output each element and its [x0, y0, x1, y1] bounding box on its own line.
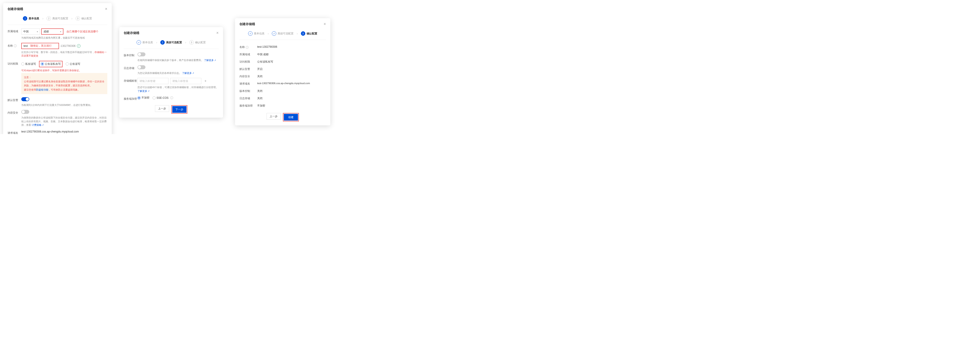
modal-header: 创建存储桶 × [3, 3, 112, 14]
radio-icon [137, 96, 140, 99]
create-bucket-modal-step3: 创建存储桶 × ✓ 基本信息 › ✓ 高级可选配置 › 3 确认配置 名称i t… [235, 18, 330, 125]
encryption-label: 服务端加密 [124, 96, 137, 101]
step-label: 高级可选配置 [52, 17, 68, 21]
warning-box: 注意： 公有读权限可以通过匿名身份直接读取您存储桶中的数据，存在一定的安全风险，… [21, 73, 107, 94]
tags-row: 存储桶标签 请输入标签键 请输入标签值 + 您还可以创建49个标签，可通过添加存… [124, 78, 219, 93]
security-toggle[interactable] [21, 110, 29, 114]
modal-header: 创建存储桶 × [235, 18, 330, 29]
step-basic-info: ✓ 基本信息 [248, 31, 264, 36]
info-icon[interactable]: i [14, 45, 17, 47]
radio-public-read-private-write[interactable]: 公有读私有写 [39, 61, 62, 67]
select-value: 中国 [23, 30, 29, 34]
chevron-right-icon: › [155, 41, 159, 44]
create-button[interactable]: 创建 [284, 114, 298, 121]
close-icon[interactable]: × [323, 22, 326, 26]
radio-icon [153, 96, 156, 99]
stepper: ✓ 基本信息 › ✓ 高级可选配置 › 3 确认配置 [235, 29, 330, 40]
step-label: 基本信息 [29, 17, 39, 21]
prev-button[interactable]: 上一步 [155, 105, 169, 112]
step-number-icon: 3 [301, 31, 305, 36]
external-link-icon: ↗ [42, 124, 44, 126]
security-hint: 为保障您的数据在公有读权限下的合规安全问题，建议您开启内容安全，对您后续上传的所… [21, 116, 107, 127]
prev-button[interactable]: 上一步 [267, 113, 281, 120]
log-toggle[interactable] [137, 65, 145, 69]
close-icon[interactable]: × [105, 6, 107, 11]
bucket-name-input[interactable]: test 随便起，英文就行 [21, 43, 59, 49]
close-icon[interactable]: × [216, 30, 219, 35]
version-control-row: 版本控制 在相同存储桶中保留对象的多个版本，将产生存储容量费用。 了解更多↗ [124, 53, 219, 62]
tag-key-input[interactable]: 请输入标签键 [137, 78, 169, 84]
region-annotation: 自己离哪个区域近就选哪个 [67, 30, 99, 34]
step-label: 确认配置 [307, 32, 317, 35]
radio-sse-cos[interactable]: SSE-COS i [153, 96, 173, 99]
version-toggle[interactable] [137, 53, 145, 56]
encryption-row: 服务端加密 不加密 SSE-COS i [124, 96, 219, 101]
radio-no-encryption[interactable]: 不加密 [137, 96, 150, 100]
security-label: 内容安全 [8, 110, 21, 115]
region-hint: 与相同地域其他腾讯云服务内网互通，创建后不可更改地域 [21, 36, 107, 40]
radio-private[interactable]: 私有读写 [21, 62, 36, 66]
learn-more-link[interactable]: 了解更多↗ [182, 72, 194, 74]
external-link-icon: ↗ [148, 90, 150, 92]
hotlink-protection-link[interactable]: 防盗链功能 [36, 88, 48, 91]
check-icon: ✓ [137, 40, 141, 45]
step-label: 基本信息 [142, 41, 153, 45]
external-link-icon: ↗ [214, 59, 216, 61]
info-icon[interactable]: i [246, 46, 248, 49]
permission-hint: 可对object进行匿名读操作，写操作需要进行身份验证。 [21, 69, 107, 72]
create-bucket-modal-step2: 创建存储桶 × ✓ 基本信息 › 2 高级可选配置 › 3 确认配置 版本控制 … [119, 27, 223, 118]
name-label: 名称i [8, 43, 21, 48]
highlight-frame: 下一步 [172, 105, 187, 113]
log-label: 日志存储 [124, 65, 137, 70]
domain-row: 请求域名 test-1302790306.cos.ap-chengdu.myqc… [8, 130, 107, 134]
radio-icon [41, 62, 44, 65]
warning-title: 注意： [24, 75, 105, 80]
name-hint: 仅支持小写字母、数字和 - 的组合，域名字数总和不能超过60字符，存储桶名一旦设… [21, 50, 107, 58]
country-select[interactable]: 中国 ▾ [21, 29, 40, 35]
step-number-icon: 2 [46, 16, 51, 21]
city-select[interactable]: 成都 ▾ [41, 29, 64, 35]
version-hint: 在相同存储桶中保留对象的多个版本，将产生存储容量费用。 了解更多↗ [137, 58, 219, 62]
radio-public-read-write[interactable]: 公有读写 [66, 62, 80, 66]
learn-more-link[interactable]: 了解更多↗ [204, 59, 216, 61]
create-bucket-modal-step1: 创建存储桶 × 1 基本信息 › 2 高级可选配置 › 3 确认配置 所属地域 … [3, 3, 112, 134]
alert-row: 默认告警 当检测到1分钟内外网下行流量大于5000MB时，会进行告警通知。 [8, 97, 107, 107]
permission-label: 访问权限 [8, 61, 21, 66]
stepper: 1 基本信息 › 2 高级可选配置 › 3 确认配置 [3, 14, 112, 25]
add-tag-button[interactable]: + [203, 79, 208, 83]
step-number-icon: 3 [76, 16, 80, 21]
chevron-right-icon: › [41, 17, 45, 20]
step-number-icon: 3 [189, 40, 194, 45]
name-suffix: -1302790306 [60, 45, 76, 48]
step-label: 确认配置 [195, 41, 206, 45]
radio-icon [21, 62, 24, 65]
alert-hint: 当检测到1分钟内外网下行流量大于5000MB时，会进行告警通知。 [21, 103, 107, 107]
learn-more-link[interactable]: 了解更多↗ [137, 89, 150, 92]
modal-title: 创建存储桶 [239, 22, 255, 26]
domain-value: test-1302790306.cos.ap-chengdu.myqcloud.… [21, 130, 107, 133]
version-label: 版本控制 [124, 53, 137, 57]
pricing-link[interactable]: 计费策略↗ [32, 124, 44, 126]
chevron-right-icon: › [70, 17, 74, 20]
permission-row: 访问权限 私有读写 公有读私有写 公有读写 可对ob [8, 61, 107, 94]
modal-title: 创建存储桶 [8, 7, 23, 11]
chevron-right-icon: › [295, 32, 299, 35]
next-button[interactable]: 下一步 [172, 106, 186, 113]
check-icon: ✓ [272, 31, 276, 36]
summary-permission: 访问权限 公有读私有写 [239, 58, 326, 65]
info-icon[interactable]: i [170, 96, 173, 99]
modal-footer: 上一步 创建 [239, 112, 326, 121]
alert-toggle[interactable] [21, 97, 29, 101]
tag-value-input[interactable]: 请输入标签值 [170, 78, 201, 84]
summary-version: 版本控制 关闭 [239, 88, 326, 95]
chevron-right-icon: › [266, 32, 270, 35]
check-circle-icon: ✓ [77, 44, 81, 48]
tags-label: 存储桶标签 [124, 78, 137, 83]
caret-down-icon: ▾ [60, 30, 61, 33]
highlight-frame: 创建 [283, 113, 299, 121]
step-confirm: 3 确认配置 [301, 31, 317, 36]
external-link-icon: ↗ [192, 72, 194, 74]
warning-line: 建议您使用防盗链功能，可有效防止流量盗刷现象。 [24, 88, 105, 92]
step-advanced: ✓ 高级可选配置 [272, 31, 294, 36]
summary-security: 内容安全 关闭 [239, 73, 326, 80]
